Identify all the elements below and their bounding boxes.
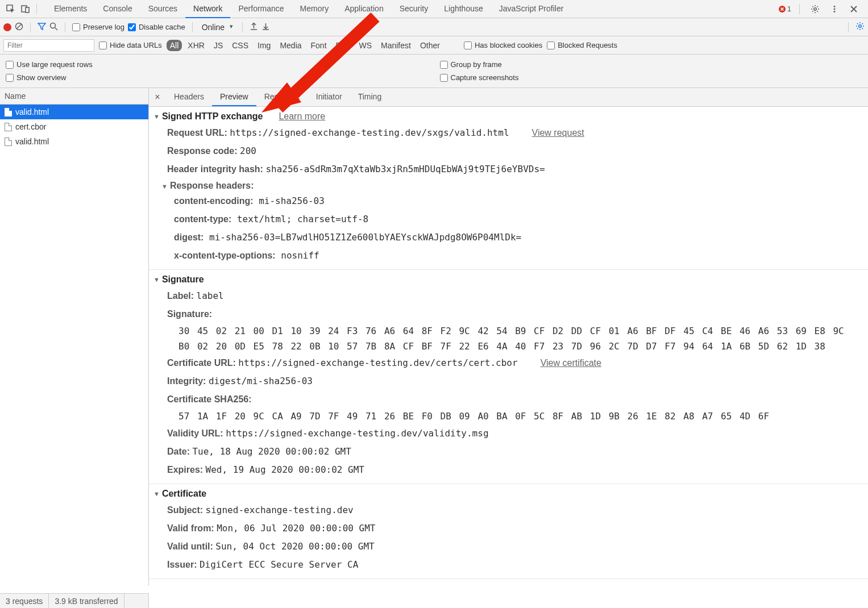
svg-point-15 xyxy=(834,11,836,13)
request-list-header[interactable]: Name xyxy=(0,88,148,105)
response-headers-title[interactable]: ▼Response headers: xyxy=(153,178,863,192)
svg-line-27 xyxy=(857,23,858,24)
view-request-link[interactable]: View request xyxy=(532,128,584,138)
more-icon[interactable] xyxy=(827,2,842,16)
show-overview-checkbox[interactable]: Show overview xyxy=(6,71,429,84)
type-filter-all[interactable]: All xyxy=(167,40,182,51)
issuer-label: Issuer: xyxy=(167,560,197,569)
type-filter-img[interactable]: Img xyxy=(254,40,274,51)
record-button[interactable] xyxy=(3,23,11,31)
type-filter-font[interactable]: Font xyxy=(308,40,330,51)
preserve-log-checkbox[interactable]: Preserve log xyxy=(72,23,124,31)
signature-title[interactable]: ▼Signature xyxy=(153,272,863,287)
detail-tab-initiator[interactable]: Initiator xyxy=(308,88,350,106)
type-filter-xhr[interactable]: XHR xyxy=(184,40,208,51)
has-blocked-cookies-checkbox[interactable]: Has blocked cookies xyxy=(464,41,542,49)
resource-type-filters: AllXHRJSCSSImgMediaFontDocWSManifestOthe… xyxy=(167,40,443,51)
sxg-title[interactable]: ▼ Signed HTTP exchange Learn more xyxy=(153,109,863,124)
response-header: content-type: text/html; charset=utf-8 xyxy=(153,210,863,228)
separator xyxy=(36,4,37,14)
learn-more-link[interactable]: Learn more xyxy=(279,111,325,122)
hide-data-urls-checkbox[interactable]: Hide data URLs xyxy=(99,41,162,49)
close-detail-icon[interactable]: × xyxy=(149,92,166,102)
type-filter-css[interactable]: CSS xyxy=(229,40,252,51)
signature-hex-1: 30 45 02 21 00 D1 10 39 24 F3 76 A6 64 8… xyxy=(153,323,863,339)
detail-tab-headers[interactable]: Headers xyxy=(166,88,212,106)
date-label: Date: xyxy=(167,447,190,456)
group-by-frame-checkbox[interactable]: Group by frame xyxy=(440,58,863,71)
main-tab-elements[interactable]: Elements xyxy=(46,0,95,18)
main-tab-javascript-profiler[interactable]: JavaScript Profiler xyxy=(491,0,572,18)
detail-tab-preview[interactable]: Preview xyxy=(212,88,256,106)
disable-cache-label: Disable cache xyxy=(139,23,185,31)
close-devtools-icon[interactable] xyxy=(846,2,861,16)
request-item[interactable]: valid.html xyxy=(0,134,148,149)
sxg-title-text: Signed HTTP exchange xyxy=(162,111,263,122)
subject-value: signed-exchange-testing.dev xyxy=(206,505,354,515)
devtools-toolbar: ElementsConsoleSourcesNetworkPerformance… xyxy=(0,0,868,18)
large-rows-checkbox[interactable]: Use large request rows xyxy=(6,58,429,71)
search-icon[interactable] xyxy=(49,22,58,32)
network-settings-icon[interactable] xyxy=(855,22,865,32)
main-tab-lighthouse[interactable]: Lighthouse xyxy=(436,0,491,18)
main-tab-sources[interactable]: Sources xyxy=(140,0,185,18)
type-filter-js[interactable]: JS xyxy=(210,40,226,51)
response-header: x-content-type-options: nosniff xyxy=(153,247,863,265)
error-count[interactable]: 1 xyxy=(778,5,791,13)
type-filter-media[interactable]: Media xyxy=(276,40,305,51)
main-tab-memory[interactable]: Memory xyxy=(292,0,337,18)
type-filter-doc[interactable]: Doc xyxy=(333,40,354,51)
main-tabs: ElementsConsoleSourcesNetworkPerformance… xyxy=(46,0,778,18)
detail-tab-timing[interactable]: Timing xyxy=(350,88,390,106)
filter-input[interactable] xyxy=(3,39,94,52)
date-value: Tue, 18 Aug 2020 00:00:02 GMT xyxy=(192,446,351,457)
type-filter-manifest[interactable]: Manifest xyxy=(377,40,414,51)
collapse-icon: ▼ xyxy=(153,113,160,120)
svg-line-30 xyxy=(862,23,863,24)
blocked-requests-label: Blocked Requests xyxy=(558,41,617,49)
capture-screenshots-checkbox[interactable]: Capture screenshots xyxy=(440,71,863,84)
request-list: Name valid.htmlcert.cborvalid.html xyxy=(0,88,149,586)
status-transferred: 3.9 kB transferred xyxy=(49,594,124,608)
certificate-title[interactable]: ▼Certificate xyxy=(153,486,863,501)
issuer-value: DigiCert ECC Secure Server CA xyxy=(200,559,358,570)
svg-line-29 xyxy=(857,28,858,30)
clear-icon[interactable] xyxy=(15,22,23,32)
type-filter-ws[interactable]: WS xyxy=(355,40,375,51)
download-har-icon[interactable] xyxy=(261,22,270,32)
device-toggle-icon[interactable] xyxy=(18,2,33,16)
throttling-select[interactable]: Online xyxy=(200,23,235,32)
valid-from-value: Mon, 06 Jul 2020 00:00:00 GMT xyxy=(217,523,375,534)
upload-har-icon[interactable] xyxy=(250,22,258,32)
inspect-icon[interactable] xyxy=(3,2,18,16)
view-certificate-link[interactable]: View certificate xyxy=(541,358,601,368)
svg-point-22 xyxy=(859,25,861,27)
header-integrity-label: Header integrity hash: xyxy=(167,164,263,174)
type-filter-other[interactable]: Other xyxy=(417,40,443,51)
request-item[interactable]: valid.html xyxy=(0,105,148,119)
expires-value: Wed, 19 Aug 2020 00:00:02 GMT xyxy=(206,464,364,475)
expires-label: Expires: xyxy=(167,465,203,474)
disable-cache-checkbox[interactable]: Disable cache xyxy=(128,23,185,31)
filter-icon[interactable] xyxy=(38,22,46,32)
header-integrity-value: sha256-aSdRm3m7qXtaWb3xjRn5mHDUqEbWAj9t9… xyxy=(265,164,545,174)
integrity-label: Integrity: xyxy=(167,376,206,386)
main-split: Name valid.htmlcert.cborvalid.html × Hea… xyxy=(0,88,868,586)
main-tab-performance[interactable]: Performance xyxy=(230,0,292,18)
sig-label-value: label xyxy=(197,290,224,301)
svg-line-17 xyxy=(16,24,22,29)
blocked-requests-checkbox[interactable]: Blocked Requests xyxy=(547,41,617,49)
header-value: nosniff xyxy=(276,250,319,261)
main-tab-application[interactable]: Application xyxy=(337,0,392,18)
detail-tabs: × HeadersPreviewResponseInitiatorTiming xyxy=(149,88,868,107)
response-header: content-encoding: mi-sha256-03 xyxy=(153,192,863,210)
main-tab-network[interactable]: Network xyxy=(185,0,230,18)
settings-icon[interactable] xyxy=(808,2,823,16)
request-item[interactable]: cert.cbor xyxy=(0,119,148,134)
main-tab-console[interactable]: Console xyxy=(95,0,140,18)
svg-point-4 xyxy=(814,7,816,10)
main-tab-security[interactable]: Security xyxy=(392,0,437,18)
detail-tab-response[interactable]: Response xyxy=(256,88,308,106)
show-overview-label: Show overview xyxy=(16,73,66,82)
svg-line-12 xyxy=(817,6,819,7)
